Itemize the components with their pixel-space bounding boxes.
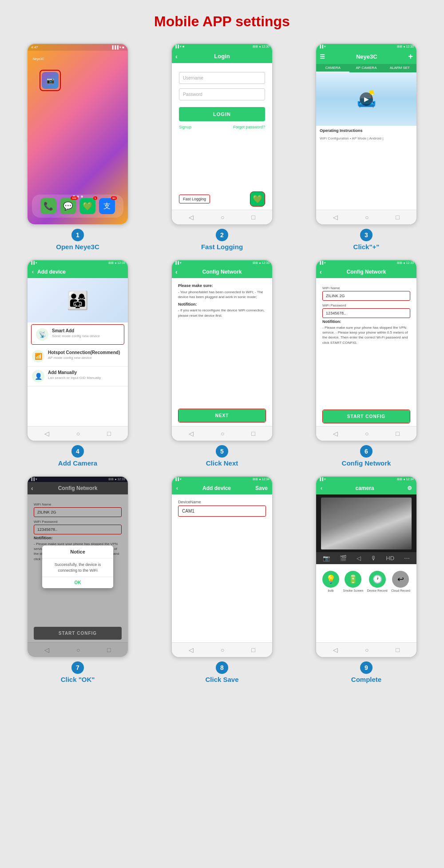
phone-screen-7: ▐▐ ▾ ⊞⊞ ● 12:33 ‹ Config Network WiFi Na… (27, 476, 129, 658)
back-icon-9[interactable]: ‹ (321, 485, 322, 491)
forgot-link[interactable]: Forgot password? (233, 125, 265, 129)
step-2-circle: 2 (216, 229, 228, 241)
step-9: ▐▐ ▾ ⊞⊞ ● 12:34 ‹ camera ⚙ 📷 🎬 ◁ 🎙 HD (297, 476, 435, 683)
hd-icon[interactable]: HD (386, 555, 394, 561)
back-icon-8[interactable]: ‹ (176, 485, 178, 491)
settings-icon-9[interactable]: ⚙ (407, 485, 412, 491)
nav-back-8[interactable]: ◁ (189, 646, 194, 653)
tab-ap-camera[interactable]: AP CAMERA (349, 64, 383, 72)
wechat-dock-icon[interactable]: 💚 1 (79, 198, 95, 214)
bottom-nav-6: ◁ ○ □ (316, 426, 416, 441)
nav-home-9[interactable]: ○ (365, 646, 369, 653)
start-config-button-6[interactable]: START CONFIG (323, 410, 410, 423)
neye3c-app-icon[interactable]: 📷 (42, 72, 59, 89)
tab-alarm-set[interactable]: ALARM SET (383, 64, 416, 72)
device-record-icon[interactable]: 🕐 (369, 571, 386, 588)
step-3-label: 3 Click"+" (353, 229, 380, 251)
phone-screen-1: 4:47 ▐▐▐ ▾ ■ 📷 Neye3C (27, 43, 129, 225)
nav-home-4[interactable]: ○ (76, 430, 80, 437)
alipay-dock-icon[interactable]: 支 94 (99, 198, 115, 214)
snapshot-icon[interactable]: 📷 (323, 555, 330, 561)
nav-recent-4[interactable]: □ (107, 430, 111, 437)
back-icon-4[interactable]: ‹ (32, 269, 34, 275)
step-7-circle: 7 (71, 661, 84, 674)
step-2-label: 2 Fast Logging (201, 229, 243, 251)
username-input[interactable]: Username (179, 72, 265, 84)
login-body: Username Password LOGIN Signup Forgot pa… (172, 63, 272, 210)
status-bar-3: ▐▐ ▾ ⊞⊞ ● 12:33 (316, 44, 416, 49)
nav-home[interactable]: ○ (221, 214, 224, 221)
nav-home-8[interactable]: ○ (221, 646, 224, 653)
wifi-name-input[interactable]: ZILINK 2G (322, 291, 410, 301)
nav-back-5[interactable]: ◁ (189, 430, 194, 437)
message-badge: 102 (71, 196, 78, 200)
nav-home-6[interactable]: ○ (365, 430, 369, 437)
video-icon[interactable]: 🎬 (340, 555, 347, 561)
more-icon[interactable]: ⋯ (404, 555, 410, 561)
modal-ok-button[interactable]: OK (42, 577, 113, 588)
mic-icon[interactable]: 🎙 (371, 555, 377, 561)
status-bar-9: ▐▐ ▾ ⊞⊞ ● 12:34 (316, 477, 416, 482)
nav-recent-3[interactable]: □ (396, 214, 399, 221)
config-header-5: ‹ Config Network (172, 266, 272, 278)
nav-back[interactable]: ◁ (189, 214, 194, 221)
notice-modal: Notice Successfully, the device is conne… (28, 477, 128, 657)
messages-dock-icon[interactable]: 💬 102 (60, 198, 76, 214)
add-manually-text: Add Manually Lan search or input GID Man… (48, 370, 101, 380)
nav-recent[interactable]: □ (251, 214, 255, 221)
page-title: Mobile APP settings (154, 13, 290, 30)
next-button[interactable]: NEXT (178, 409, 266, 422)
modal-body: Successfully, the device is connecting t… (42, 558, 113, 577)
nav-recent-6[interactable]: □ (396, 430, 399, 437)
back-icon-5[interactable]: ‹ (175, 268, 178, 275)
fast-logging-label[interactable]: Fast Logging (179, 195, 210, 203)
wechat-login-icon[interactable]: 💚 (250, 191, 265, 207)
nav-recent-9[interactable]: □ (396, 646, 399, 653)
device-name-label: DeviceName (178, 500, 266, 504)
step-8: ▐▐ ▾ ⊞⊞ ● 12:34 ‹ Add device Save Device… (153, 476, 291, 683)
video-controls: 📷 🎬 ◁ 🎙 HD ⋯ (316, 552, 416, 564)
nav-home-5[interactable]: ○ (221, 430, 224, 437)
add-icon[interactable]: + (408, 52, 413, 61)
back-icon-6[interactable]: ‹ (320, 268, 322, 275)
login-button[interactable]: LOGIN (179, 107, 265, 121)
bulb-icon[interactable]: 💡 (322, 571, 339, 588)
menu-icon[interactable]: ☰ (320, 53, 325, 60)
add-manually-item[interactable]: 👤 Add Manually Lan search or input GID M… (28, 366, 128, 386)
status-bar-6: ▐▐ ▾ ⊞⊞ ● 12:33 (316, 260, 416, 266)
nav-back-6[interactable]: ◁ (333, 430, 338, 437)
wifi-pass-input[interactable]: 12345678.. (322, 308, 410, 318)
smart-add-item[interactable]: 📡 Smart Add Sonic mode config new device (31, 324, 124, 345)
tabs-bar: CAMERA AP CAMERA ALARM SET (316, 64, 416, 72)
back-ctrl-icon[interactable]: ◁ (357, 555, 361, 561)
nav-back-4[interactable]: ◁ (44, 430, 49, 437)
phone-dock-icon[interactable]: 📞 (40, 198, 56, 214)
play-button[interactable]: ▶ (360, 92, 373, 106)
password-input[interactable]: Password (179, 88, 265, 100)
hotspot-item[interactable]: 📶 Hotspot Connection(Recommend) AP mode … (28, 346, 128, 366)
save-button-8[interactable]: Save (255, 485, 268, 491)
step-1-label: 1 Open Neye3C (56, 229, 99, 251)
step-6-circle: 6 (360, 445, 373, 458)
make-sure-text: - Your phone/tablet has been connected t… (178, 290, 266, 299)
nav-back-3[interactable]: ◁ (333, 214, 338, 221)
video-thumbnail: 🛋️ ▶ (316, 72, 416, 126)
nav-recent-8[interactable]: □ (251, 646, 255, 653)
nav-home-3[interactable]: ○ (365, 214, 369, 221)
device-name-input[interactable]: CAM1 (178, 506, 266, 517)
status-bar-1: 4:47 ▐▐▐ ▾ ■ (28, 44, 128, 51)
phone-screen-5: ▐▐ ▾ ⊞⊞ ● 12:33 ‹ Config Network Please … (171, 259, 273, 442)
step-1-circle: 1 (71, 229, 84, 241)
smoke-label: Smoke Screen (343, 589, 363, 592)
nav-back-9[interactable]: ◁ (333, 646, 338, 653)
back-icon[interactable]: ‹ (175, 53, 178, 60)
cloud-record-label: Cloud Record (391, 589, 410, 592)
nav-recent-5[interactable]: □ (251, 430, 255, 437)
config-body-5: Please make sure: - Your phone/tablet ha… (172, 278, 272, 405)
cloud-record-icon[interactable]: ↩ (392, 571, 409, 588)
app-label: Neye3C (33, 57, 44, 60)
smoke-screen-icon[interactable]: 🔋 (345, 571, 361, 588)
notifition-text-5: - If you want to reconfigure the device … (178, 308, 266, 318)
signup-link[interactable]: Signup (179, 125, 191, 129)
tab-camera[interactable]: CAMERA (316, 64, 349, 72)
